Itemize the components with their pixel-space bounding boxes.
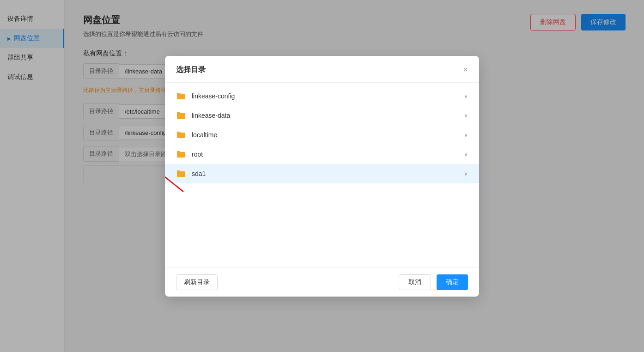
dialog-footer: 刷新目录 取消 确定 <box>165 267 479 297</box>
folder-name: root <box>192 151 203 158</box>
folder-left: linkease-data <box>176 111 230 120</box>
folder-icon <box>176 111 186 120</box>
list-item[interactable]: localtime ∨ <box>165 125 479 145</box>
folder-left: sda1 <box>176 170 206 178</box>
folder-name: sda1 <box>192 170 206 177</box>
folder-left: localtime <box>176 131 217 139</box>
dialog-header: 选择目录 × <box>165 56 479 83</box>
list-item[interactable]: linkease-config ∨ <box>165 86 479 106</box>
confirm-button[interactable]: 确定 <box>437 274 468 290</box>
dialog-body: linkease-config ∨ linkease-data ∨ <box>165 83 479 267</box>
chevron-down-icon: ∨ <box>464 112 468 119</box>
chevron-down-icon: ∨ <box>464 170 468 177</box>
folder-name: linkease-config <box>192 92 235 100</box>
folder-left: linkease-config <box>176 92 235 100</box>
folder-icon <box>176 170 186 178</box>
chevron-down-icon: ∨ <box>464 93 468 99</box>
close-icon[interactable]: × <box>463 66 468 74</box>
dialog-title: 选择目录 <box>176 65 206 75</box>
folder-icon <box>176 131 186 139</box>
chevron-down-icon: ∨ <box>464 151 468 158</box>
refresh-dir-button[interactable]: 刷新目录 <box>176 274 218 290</box>
modal-overlay: 选择目录 × linkease-config ∨ linkease-d <box>0 0 644 352</box>
folder-icon <box>176 150 186 158</box>
select-dir-dialog: 选择目录 × linkease-config ∨ linkease-d <box>165 56 479 297</box>
folder-left: root <box>176 150 203 158</box>
chevron-down-icon: ∨ <box>464 132 468 138</box>
folder-name: localtime <box>192 131 217 139</box>
footer-right: 取消 确定 <box>399 274 468 290</box>
list-item[interactable]: sda1 ∨ <box>165 164 479 183</box>
folder-icon <box>176 92 186 100</box>
folder-name: linkease-data <box>192 112 230 119</box>
list-item[interactable]: root ∨ <box>165 145 479 164</box>
list-item[interactable]: linkease-data ∨ <box>165 106 479 125</box>
cancel-button[interactable]: 取消 <box>399 274 431 290</box>
